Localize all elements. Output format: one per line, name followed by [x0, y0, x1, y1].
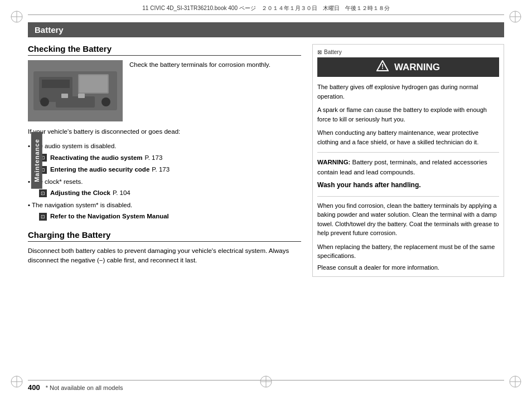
- section-title: Battery: [35, 25, 64, 35]
- left-column: Maintenance Checking the Battery: [28, 44, 301, 277]
- warning-bold-text: WARNING: Battery post, terminals, and re…: [317, 157, 499, 178]
- corner-mark-bl: [10, 375, 23, 390]
- battery-image: [28, 60, 123, 121]
- warning-para1: The battery gives off explosive hydrogen…: [317, 82, 499, 101]
- warn-bold-label: WARNING:: [317, 159, 350, 165]
- top-file-info: 11 CIVIC 4D_SI-31TR36210.book 400 ページ ２０…: [28, 4, 504, 15]
- svg-text:!: !: [381, 63, 384, 71]
- file-info-text: 11 CIVIC 4D_SI-31TR36210.book 400 ページ ２０…: [142, 5, 389, 11]
- maintenance-tab: Maintenance: [31, 132, 42, 189]
- svg-point-22: [101, 97, 110, 106]
- replacement-text: When replacing the battery, the replacem…: [317, 242, 499, 272]
- svg-rect-19: [42, 80, 70, 88]
- ref-icon-nav: ⊡: [39, 213, 47, 221]
- nav-manual-label: Refer to the Navigation System Manual: [50, 211, 169, 222]
- svg-rect-23: [56, 96, 95, 108]
- replacement-line1: When replacing the battery, the replacem…: [317, 242, 499, 261]
- warning-title-text: WARNING: [394, 62, 440, 73]
- warning-box: ! WARNING: [317, 57, 499, 77]
- bottom-bar: 400 * Not available on all models: [28, 380, 504, 392]
- replacement-line2: Please consult a dealer for more informa…: [317, 263, 499, 272]
- corner-mark-tr: [509, 10, 522, 25]
- charging-text: Disconnect both battery cables to preven…: [28, 246, 301, 266]
- wash-hands-text: Wash your hands after handling.: [317, 180, 499, 191]
- svg-rect-25: [78, 94, 85, 98]
- corner-mark-br: [509, 375, 522, 390]
- svg-point-21: [40, 97, 49, 106]
- page-ref-104: P. 104: [113, 188, 130, 199]
- corner-mark-tl: [10, 10, 23, 25]
- bullet-security-code: ⊡ Entering the audio security code P. 17…: [28, 164, 301, 175]
- charging-section: Charging the Battery Disconnect both bat…: [28, 230, 301, 266]
- side-text: Check the battery terminals for corrosio…: [129, 60, 270, 121]
- adjusting-clock-label: Adjusting the Clock: [50, 188, 110, 199]
- charging-title: Charging the Battery: [28, 230, 301, 242]
- corrosion-text: When you find corrosion, clean the batte…: [317, 196, 499, 238]
- security-code-label: Entering the audio security code: [50, 164, 149, 175]
- bullet-reactivating: ⊡ Reactivating the audio system P. 173: [28, 153, 301, 164]
- svg-rect-20: [79, 75, 108, 92]
- page-ref-173-security: P. 173: [152, 164, 170, 175]
- page-ref-173-audio: P. 173: [145, 153, 163, 164]
- page-number: 400: [28, 383, 40, 392]
- footnote: * Not available on all models: [46, 384, 123, 391]
- section-header: Battery: [28, 22, 504, 37]
- warning-para3: When conducting any battery maintenance,…: [317, 128, 499, 147]
- checking-title: Checking the Battery: [28, 44, 301, 56]
- warning-bold-block: WARNING: Battery post, terminals, and re…: [317, 152, 499, 191]
- bullet-adjusting-clock: ⊡ Adjusting the Clock P. 104: [28, 188, 301, 199]
- bullet-list: The audio system is disabled. ⊡ Reactiva…: [28, 141, 301, 222]
- bullet-nav-disabled: The navigation system* is disabled.: [28, 200, 301, 210]
- bullet-audio-disabled: The audio system is disabled.: [28, 141, 301, 151]
- image-text-row: Check the battery terminals for corrosio…: [28, 60, 301, 121]
- side-text-content: Check the battery terminals for corrosio…: [129, 61, 270, 68]
- two-column-layout: Maintenance Checking the Battery: [28, 44, 504, 277]
- svg-rect-24: [61, 94, 68, 98]
- right-column: Battery ! WARNING The battery gives off …: [312, 44, 504, 277]
- reactivating-label: Reactivating the audio system: [50, 153, 143, 164]
- warning-triangle-icon: !: [376, 60, 389, 74]
- battery-label: Battery: [317, 49, 499, 55]
- ref-icon-clock: ⊡: [39, 189, 47, 197]
- main-content: Battery Maintenance Checking the Battery: [28, 22, 504, 372]
- bullet-clock-resets: The clock* resets.: [28, 177, 301, 187]
- bullet-nav-manual: ⊡ Refer to the Navigation System Manual: [28, 211, 301, 222]
- disconnect-text: If your vehicle's battery is disconnecte…: [28, 127, 301, 136]
- warning-para2: A spark or flame can cause the battery t…: [317, 105, 499, 124]
